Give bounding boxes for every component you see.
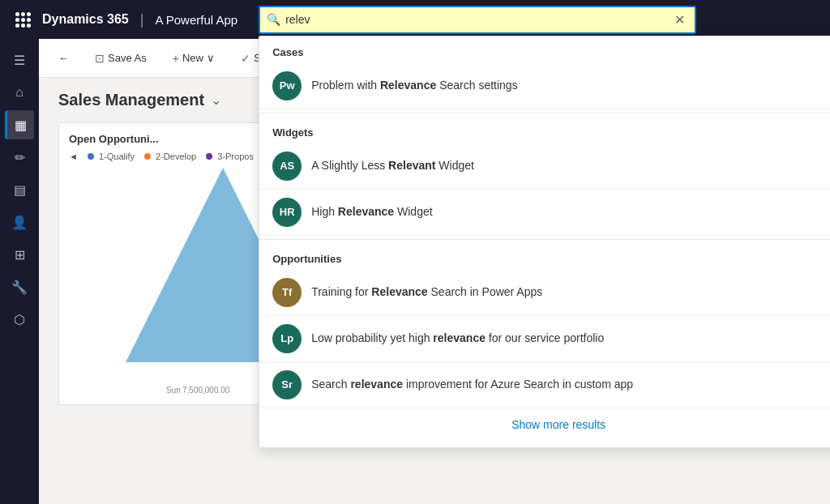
dashboard-icon[interactable]: ▦ xyxy=(5,110,34,139)
save-icon: ⊡ xyxy=(95,52,105,65)
new-chevron-icon: ∨ xyxy=(207,52,215,64)
search-result-item-2-0[interactable]: TfTraining for Relevance Search in Power… xyxy=(259,270,830,316)
legend-label-qualify: 1-Qualify xyxy=(99,152,135,161)
show-more-results-button[interactable]: Show more results xyxy=(259,408,830,441)
dots-grid-icon xyxy=(15,12,31,28)
result-avatar-2-2: Sr xyxy=(272,370,302,399)
new-button[interactable]: + New ∨ xyxy=(166,49,221,68)
result-text-0-0: Problem with Relevance Search settings xyxy=(311,78,517,94)
search-section-header-1: Widgets xyxy=(259,117,830,143)
search-input[interactable] xyxy=(285,13,447,26)
back-icon: ← xyxy=(58,52,69,64)
search-icon: 🔍 xyxy=(267,13,280,26)
contact-icon[interactable]: 👤 xyxy=(5,207,34,237)
app-launcher-button[interactable] xyxy=(10,6,36,32)
x-axis-label: Sun xyxy=(166,386,181,395)
legend-dot-propos xyxy=(206,153,212,160)
puzzle-icon[interactable]: ⬡ xyxy=(5,305,34,334)
new-icon: + xyxy=(173,52,179,65)
new-label: New xyxy=(182,52,203,64)
list-icon[interactable]: ▤ xyxy=(5,175,34,204)
hamburger-icon[interactable]: ☰ xyxy=(5,45,34,75)
tool-icon[interactable]: 🔧 xyxy=(5,272,34,301)
result-avatar-1-1: HR xyxy=(272,198,302,227)
search-input-wrapper: 🔍 ✕ xyxy=(259,6,696,34)
app-name: A Powerful App xyxy=(155,13,237,27)
result-text-1-1: High Relevance Widget xyxy=(311,204,432,220)
page-title-chevron-icon[interactable]: ⌄ xyxy=(211,92,221,108)
edit-icon[interactable]: ✏ xyxy=(5,143,34,172)
save-as-label: Save As xyxy=(108,52,147,64)
legend-item-1: 1-Qualify xyxy=(88,152,135,161)
back-button[interactable]: ← xyxy=(52,49,75,67)
check-icon: ✓ xyxy=(241,52,250,65)
search-result-item-1-1[interactable]: HRHigh Relevance Widget xyxy=(259,190,830,236)
result-text-1-0: A Slightly Less Relevant Widget xyxy=(311,158,474,174)
sidebar: ☰⌂▦✏▤👤⊞🔧⬡ xyxy=(0,39,39,504)
search-result-item-2-2[interactable]: SrSearch relevance improvement for Azure… xyxy=(259,362,830,408)
result-text-2-0: Training for Relevance Search in Power A… xyxy=(311,284,542,301)
brand-section: Dynamics 365 | A Powerful App xyxy=(42,11,237,28)
section-divider-0 xyxy=(259,113,830,113)
legend-item-3: 3-Propos xyxy=(206,152,254,161)
legend-dot-develop xyxy=(144,153,151,160)
board-icon[interactable]: ⊞ xyxy=(5,240,34,269)
x-axis-value: 7,500,000.00 xyxy=(182,386,229,395)
brand-divider: | xyxy=(140,11,144,28)
result-text-2-2: Search relevance improvement for Azure S… xyxy=(311,377,633,393)
search-result-item-0-0[interactable]: PwProblem with Relevance Search settings xyxy=(259,63,830,109)
page-title: Sales Management xyxy=(58,91,204,109)
result-text-2-1: Low probability yet high relevance for o… xyxy=(311,331,604,347)
legend-label-propos: 3-Propos xyxy=(217,152,254,161)
legend-item-2: 2-Develop xyxy=(144,152,196,161)
top-bar: Dynamics 365 | A Powerful App 🔍 ✕ CasesP… xyxy=(0,0,830,39)
search-section-header-2: Opportunities xyxy=(259,243,830,270)
search-result-item-2-1[interactable]: LpLow probability yet high relevance for… xyxy=(259,316,830,362)
legend-nav-left[interactable]: ◄ xyxy=(69,152,78,161)
result-avatar-0-0: Pw xyxy=(272,71,302,100)
search-clear-button[interactable]: ✕ xyxy=(671,11,688,29)
legend-label-develop: 2-Develop xyxy=(156,152,196,161)
brand-name: Dynamics 365 xyxy=(42,12,129,27)
search-section-header-0: Cases xyxy=(259,36,830,63)
home-icon[interactable]: ⌂ xyxy=(5,78,34,107)
result-avatar-1-0: AS xyxy=(272,152,302,181)
result-avatar-2-1: Lp xyxy=(272,324,302,353)
search-container: 🔍 ✕ CasesPwProblem with Relevance Search… xyxy=(259,6,696,34)
section-divider-1 xyxy=(259,239,830,240)
result-avatar-2-0: Tf xyxy=(272,278,302,307)
search-dropdown: CasesPwProblem with Relevance Search set… xyxy=(259,36,830,448)
legend-dot-qualify xyxy=(88,153,94,160)
save-as-button[interactable]: ⊡ Save As xyxy=(88,49,153,68)
x-axis-name: Sun xyxy=(166,386,181,395)
chart-title: Open Opportuni... xyxy=(69,133,159,145)
search-result-item-1-0[interactable]: ASA Slightly Less Relevant Widget xyxy=(259,143,830,190)
